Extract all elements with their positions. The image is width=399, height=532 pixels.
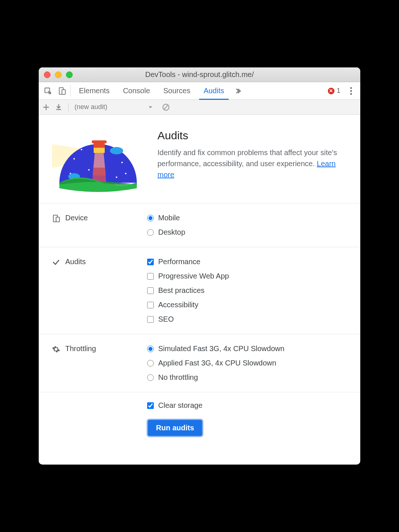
device-option-desktop[interactable]: Desktop (147, 228, 347, 237)
svg-rect-2 (62, 90, 65, 94)
radio-mobile[interactable] (147, 215, 154, 221)
error-icon: ✕ (328, 88, 334, 94)
svg-point-5 (350, 93, 352, 95)
svg-rect-23 (94, 148, 105, 153)
window-title: DevTools - wind-sprout.glitch.me/ (39, 70, 360, 79)
svg-rect-22 (94, 143, 105, 148)
tab-audits[interactable]: Audits (197, 82, 231, 99)
audit-option-performance[interactable]: Performance (147, 258, 347, 266)
new-audit-icon[interactable] (42, 104, 50, 111)
inspect-element-icon[interactable] (41, 82, 55, 99)
checkbox-seo[interactable] (147, 316, 154, 323)
svg-rect-29 (56, 217, 59, 222)
throttling-option-none[interactable]: No throttling (147, 373, 347, 382)
svg-point-19 (129, 154, 130, 156)
run-audits-button[interactable]: Run audits (147, 419, 203, 437)
radio-desktop[interactable] (147, 229, 154, 236)
svg-point-3 (350, 87, 352, 89)
audit-option-seo[interactable]: SEO (147, 315, 347, 323)
run-row: Clear storage Run audits (39, 392, 360, 437)
traffic-lights (39, 71, 73, 78)
svg-point-20 (110, 147, 123, 154)
radio-applied[interactable] (147, 360, 154, 367)
device-icon (52, 214, 60, 223)
svg-point-11 (88, 169, 90, 171)
checkbox-clear-storage[interactable] (147, 402, 154, 409)
section-audits: Audits Performance Progressive Web App B… (39, 247, 360, 334)
devtools-window: DevTools - wind-sprout.glitch.me/ Elemen… (39, 67, 360, 465)
section-throttling: Throttling Simulated Fast 3G, 4x CPU Slo… (39, 334, 360, 392)
svg-point-10 (81, 149, 82, 150)
lighthouse-illustration (52, 129, 144, 192)
svg-point-14 (125, 173, 126, 174)
svg-marker-26 (93, 168, 106, 175)
tab-elements[interactable]: Elements (72, 82, 116, 99)
throttling-option-simulated[interactable]: Simulated Fast 3G, 4x CPU Slowdown (147, 344, 347, 353)
svg-point-9 (73, 158, 75, 160)
svg-point-13 (121, 162, 123, 163)
throttling-label: Throttling (65, 344, 96, 353)
checkbox-pwa[interactable] (147, 273, 154, 280)
audit-option-accessibility[interactable]: Accessibility (147, 301, 347, 309)
audits-toolbar: (new audit) (39, 100, 360, 115)
divider (68, 103, 69, 111)
svg-rect-27 (92, 140, 107, 143)
title-bar: DevTools - wind-sprout.glitch.me/ (39, 67, 360, 82)
svg-point-4 (350, 90, 352, 92)
device-label: Device (65, 214, 88, 222)
clear-storage-option[interactable]: Clear storage (147, 401, 202, 410)
audits-label: Audits (65, 258, 86, 266)
page-title: Audits (157, 129, 347, 142)
checkbox-best-practices[interactable] (147, 287, 154, 294)
svg-point-17 (116, 176, 117, 178)
checkbox-accessibility[interactable] (147, 302, 154, 308)
checkbox-performance[interactable] (147, 259, 154, 265)
check-icon (52, 258, 60, 266)
clear-icon[interactable] (162, 103, 170, 111)
throttling-option-applied[interactable]: Applied Fast 3G, 4x CPU Slowdown (147, 359, 347, 367)
tab-console[interactable]: Console (116, 82, 156, 99)
audit-select[interactable]: (new audit) (74, 103, 153, 111)
section-device: Device Mobile Desktop (39, 203, 360, 247)
device-option-mobile[interactable]: Mobile (147, 214, 347, 222)
error-count-value: 1 (337, 87, 340, 95)
tab-sources[interactable]: Sources (157, 82, 197, 99)
panel-tabbar: Elements Console Sources Audits ✕ 1 (39, 82, 360, 100)
zoom-window-button[interactable] (66, 71, 73, 78)
audits-panel: Audits Identify and fix common problems … (39, 115, 360, 465)
audit-option-pwa[interactable]: Progressive Web App (147, 272, 347, 280)
device-toolbar-icon[interactable] (55, 82, 69, 99)
minimize-window-button[interactable] (55, 71, 62, 78)
svg-rect-6 (56, 109, 61, 110)
audit-option-best-practices[interactable]: Best practices (147, 286, 347, 295)
svg-marker-25 (93, 153, 105, 168)
gear-icon (52, 345, 60, 353)
settings-menu-icon[interactable] (344, 82, 358, 99)
hero-description: Identify and fix common problems that af… (157, 147, 347, 180)
audit-select-label: (new audit) (74, 103, 107, 111)
hero: Audits Identify and fix common problems … (39, 115, 360, 203)
hero-text: Audits Identify and fix common problems … (157, 129, 347, 192)
download-icon[interactable] (55, 104, 62, 111)
divider (70, 85, 71, 97)
more-tabs-icon[interactable] (231, 82, 245, 99)
close-window-button[interactable] (44, 71, 51, 78)
radio-no-throttling[interactable] (147, 374, 154, 381)
chevron-down-icon (148, 105, 153, 110)
radio-simulated[interactable] (147, 346, 154, 352)
error-count-badge[interactable]: ✕ 1 (324, 82, 344, 99)
